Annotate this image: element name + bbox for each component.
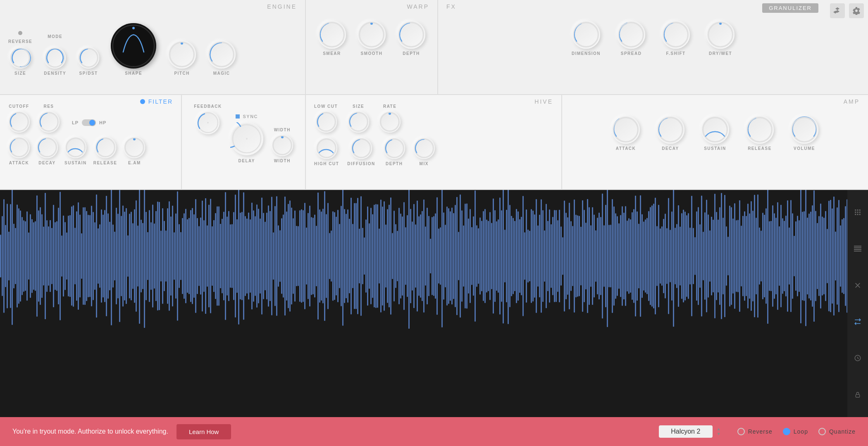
spread-knob[interactable] bbox=[617, 21, 645, 49]
diffusion-knob[interactable] bbox=[351, 138, 372, 159]
res-knob[interactable] bbox=[38, 111, 60, 133]
bottom-controls: Reverse Loop Quantize bbox=[737, 428, 856, 435]
lowcut-knob[interactable] bbox=[315, 111, 337, 133]
svg-rect-337 bbox=[486, 220, 487, 292]
svg-rect-321 bbox=[460, 195, 461, 318]
smear-knob[interactable] bbox=[318, 21, 346, 49]
dimension-knob[interactable] bbox=[572, 21, 600, 49]
svg-rect-70 bbox=[45, 193, 46, 319]
reverse-radio-group[interactable]: Reverse bbox=[737, 428, 773, 435]
filter-sustain-knob[interactable] bbox=[65, 137, 86, 158]
amp-sustain-knob[interactable] bbox=[701, 116, 729, 144]
svg-rect-345 bbox=[499, 198, 501, 315]
magic-knob[interactable] bbox=[207, 40, 236, 69]
filter-eam-knob[interactable] bbox=[124, 137, 145, 158]
quantize-radio-group[interactable]: Quantize bbox=[818, 428, 856, 435]
svg-rect-140 bbox=[160, 230, 162, 281]
hive-mix-knob[interactable] bbox=[413, 138, 435, 159]
expand-tool[interactable] bbox=[851, 315, 864, 328]
hive-depth-knob[interactable] bbox=[384, 138, 405, 159]
learn-how-button[interactable]: Learn How bbox=[176, 424, 231, 439]
amp-decay-group: DECAY bbox=[656, 116, 684, 151]
delay-knob[interactable] bbox=[230, 122, 263, 155]
svg-rect-532 bbox=[808, 214, 810, 299]
settings-icon[interactable] bbox=[849, 3, 864, 18]
svg-rect-131 bbox=[145, 212, 147, 300]
preset-arrows[interactable]: ▲ ▼ bbox=[717, 427, 721, 436]
svg-rect-494 bbox=[746, 216, 747, 296]
loop-radio-group[interactable]: Loop bbox=[783, 428, 808, 435]
loop-tool[interactable] bbox=[851, 351, 864, 365]
svg-rect-539 bbox=[820, 204, 821, 308]
svg-rect-386 bbox=[567, 217, 568, 295]
svg-rect-370 bbox=[541, 199, 542, 313]
svg-rect-399 bbox=[589, 207, 590, 305]
reverse-toggle[interactable] bbox=[18, 31, 22, 35]
svg-rect-518 bbox=[785, 216, 787, 296]
amp-attack-knob[interactable] bbox=[612, 116, 640, 144]
preset-down-arrow[interactable]: ▼ bbox=[717, 432, 721, 436]
drywet-knob[interactable] bbox=[706, 21, 734, 49]
width-knob[interactable] bbox=[272, 135, 293, 156]
pitch-knob[interactable] bbox=[168, 40, 196, 69]
lines-tool[interactable] bbox=[851, 242, 864, 255]
filter-release-knob[interactable] bbox=[95, 137, 116, 158]
lp-hp-toggle[interactable] bbox=[82, 119, 96, 126]
svg-rect-564 bbox=[859, 214, 861, 215]
dropbox-icon[interactable] bbox=[830, 3, 845, 18]
svg-rect-372 bbox=[544, 230, 545, 282]
highcut-knob[interactable] bbox=[316, 138, 337, 159]
svg-rect-338 bbox=[488, 221, 489, 291]
size-knob[interactable] bbox=[10, 47, 31, 69]
header-icons bbox=[830, 3, 864, 18]
svg-rect-218 bbox=[289, 200, 291, 311]
svg-rect-185 bbox=[235, 195, 236, 318]
cutoff-knob[interactable] bbox=[8, 111, 30, 133]
amp-release-knob[interactable] bbox=[746, 116, 774, 144]
hive-rate-knob[interactable] bbox=[379, 111, 401, 133]
grid-tool[interactable] bbox=[851, 206, 864, 219]
svg-rect-480 bbox=[723, 218, 724, 294]
svg-rect-489 bbox=[737, 220, 739, 292]
density-knob[interactable] bbox=[44, 47, 66, 69]
svg-rect-454 bbox=[680, 227, 681, 285]
svg-rect-385 bbox=[565, 213, 567, 299]
svg-rect-343 bbox=[496, 221, 497, 291]
lock-tool[interactable] bbox=[851, 388, 864, 401]
smooth-knob[interactable] bbox=[358, 21, 386, 49]
svg-rect-515 bbox=[780, 205, 782, 307]
waveform-display[interactable] bbox=[0, 190, 868, 417]
svg-rect-536 bbox=[815, 211, 816, 301]
quantize-radio[interactable] bbox=[818, 428, 826, 435]
svg-rect-167 bbox=[205, 198, 206, 314]
filter-attack-knob[interactable] bbox=[8, 137, 30, 158]
close-tool[interactable] bbox=[851, 279, 864, 292]
loop-radio[interactable] bbox=[783, 428, 790, 435]
shape-knob[interactable] bbox=[111, 23, 156, 69]
filter-decay-knob[interactable] bbox=[36, 137, 58, 158]
svg-point-11 bbox=[399, 23, 423, 47]
svg-rect-261 bbox=[360, 196, 362, 316]
svg-rect-297 bbox=[420, 214, 421, 298]
svg-rect-270 bbox=[375, 204, 377, 308]
amp-volume-knob[interactable] bbox=[790, 116, 818, 144]
svg-rect-406 bbox=[600, 217, 601, 295]
svg-rect-188 bbox=[240, 213, 241, 299]
reverse-radio[interactable] bbox=[737, 428, 745, 435]
spdst-knob[interactable] bbox=[78, 47, 99, 69]
svg-rect-365 bbox=[532, 211, 534, 301]
svg-rect-382 bbox=[560, 227, 562, 286]
svg-rect-497 bbox=[751, 201, 752, 311]
svg-rect-342 bbox=[494, 210, 496, 302]
feedback-knob[interactable] bbox=[196, 111, 219, 134]
preset-up-arrow[interactable]: ▲ bbox=[717, 427, 721, 431]
hive-size-knob[interactable] bbox=[348, 111, 369, 133]
svg-point-2 bbox=[79, 49, 98, 67]
svg-rect-453 bbox=[678, 205, 679, 307]
fshift-knob[interactable] bbox=[662, 21, 690, 49]
svg-rect-340 bbox=[491, 223, 492, 289]
svg-point-26 bbox=[233, 125, 261, 153]
depth-knob[interactable] bbox=[397, 21, 425, 49]
svg-rect-132 bbox=[147, 232, 148, 280]
amp-decay-knob[interactable] bbox=[656, 116, 684, 144]
